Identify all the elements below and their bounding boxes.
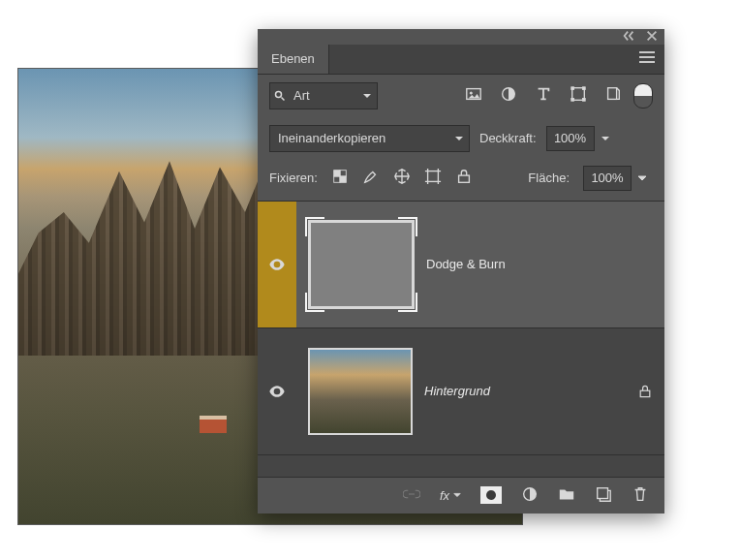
panel-titlebar <box>258 29 664 45</box>
svg-rect-11 <box>583 99 586 102</box>
chevron-down-icon <box>449 134 469 143</box>
filter-adjust-icon[interactable] <box>500 85 517 106</box>
opacity-field[interactable]: 100% <box>546 126 616 151</box>
svg-rect-9 <box>583 87 586 90</box>
layer-name[interactable]: Dodge & Burn <box>426 257 664 271</box>
blend-row: Ineinanderkopieren Deckkraft: 100% <box>258 117 664 160</box>
opacity-label: Deckkraft: <box>479 131 537 145</box>
photo-detail <box>200 416 227 433</box>
svg-rect-0 <box>639 51 655 53</box>
filter-icons <box>465 85 622 106</box>
chevron-down-icon[interactable] <box>632 166 653 191</box>
layer-row[interactable]: Hintergrund <box>258 328 664 455</box>
lock-all-icon[interactable] <box>455 168 473 188</box>
delete-layer-button[interactable] <box>632 485 649 506</box>
layer-row[interactable]: Dodge & Burn <box>258 202 664 328</box>
new-layer-button[interactable] <box>595 485 612 506</box>
close-icon[interactable] <box>645 29 659 46</box>
panel-menu-icon[interactable] <box>630 51 664 66</box>
lock-row: Fixieren: Fläche: 100% <box>258 160 664 201</box>
panel-tabbar: Ebenen <box>258 45 664 75</box>
layer-name[interactable]: Hintergrund <box>424 384 626 398</box>
fill-value: 100% <box>583 166 632 191</box>
tab-layers[interactable]: Ebenen <box>258 45 329 74</box>
filter-kind-dropdown[interactable]: Art <box>269 82 378 109</box>
svg-point-5 <box>470 92 472 94</box>
filter-row: Art <box>258 75 664 117</box>
lock-label: Fixieren: <box>269 171 318 185</box>
layer-list-empty <box>258 455 664 477</box>
layer-list: Dodge & Burn Hintergrund <box>258 201 664 477</box>
svg-rect-15 <box>340 171 346 176</box>
chevron-down-icon[interactable] <box>595 126 616 151</box>
svg-rect-14 <box>340 176 346 182</box>
svg-point-3 <box>276 91 282 97</box>
lock-icon <box>626 384 664 399</box>
panel-bottom-bar: fx <box>258 477 664 513</box>
fill-label: Fläche: <box>528 171 570 185</box>
layers-panel: Ebenen Art Ineinanderkopieren <box>258 29 664 513</box>
blend-mode-dropdown[interactable]: Ineinanderkopieren <box>269 125 470 152</box>
filter-toggle[interactable] <box>633 83 653 109</box>
fill-field[interactable]: 100% <box>583 166 653 191</box>
svg-rect-1 <box>639 56 655 58</box>
svg-rect-19 <box>640 390 650 396</box>
add-mask-button[interactable] <box>480 486 502 504</box>
svg-rect-10 <box>571 99 574 102</box>
svg-rect-17 <box>427 171 438 182</box>
fx-label: fx <box>440 488 449 503</box>
filter-pixel-icon[interactable] <box>465 85 482 106</box>
svg-rect-2 <box>639 61 655 63</box>
filter-smart-icon[interactable] <box>604 85 622 106</box>
link-layers-icon[interactable] <box>403 485 420 506</box>
filter-type-icon[interactable] <box>535 85 552 106</box>
adjustment-layer-button[interactable] <box>521 485 539 506</box>
svg-rect-21 <box>598 488 608 499</box>
svg-rect-16 <box>334 176 340 182</box>
visibility-toggle[interactable] <box>258 382 296 401</box>
opacity-value: 100% <box>546 126 595 151</box>
svg-rect-12 <box>608 88 617 100</box>
layer-thumbnail[interactable] <box>308 220 415 309</box>
lock-position-icon[interactable] <box>393 168 411 188</box>
new-group-button[interactable] <box>558 485 575 506</box>
layer-thumbnail[interactable] <box>308 348 413 435</box>
stage: Ebenen Art Ineinanderkopieren <box>0 0 740 560</box>
layer-style-button[interactable]: fx <box>440 488 461 503</box>
filter-shape-icon[interactable] <box>570 85 587 106</box>
visibility-toggle[interactable] <box>258 202 296 327</box>
lock-pixels-icon[interactable] <box>362 168 380 188</box>
svg-rect-18 <box>458 175 469 182</box>
filter-kind-label: Art <box>290 88 357 103</box>
svg-rect-13 <box>334 171 340 176</box>
tab-label: Ebenen <box>271 51 315 66</box>
blend-mode-value: Ineinanderkopieren <box>270 131 449 145</box>
search-icon <box>270 90 290 102</box>
lock-artboard-icon[interactable] <box>424 168 442 188</box>
svg-rect-8 <box>571 87 574 90</box>
lock-transparent-icon[interactable] <box>331 168 349 188</box>
chevron-down-icon <box>357 91 377 101</box>
collapse-icon[interactable] <box>622 29 635 46</box>
